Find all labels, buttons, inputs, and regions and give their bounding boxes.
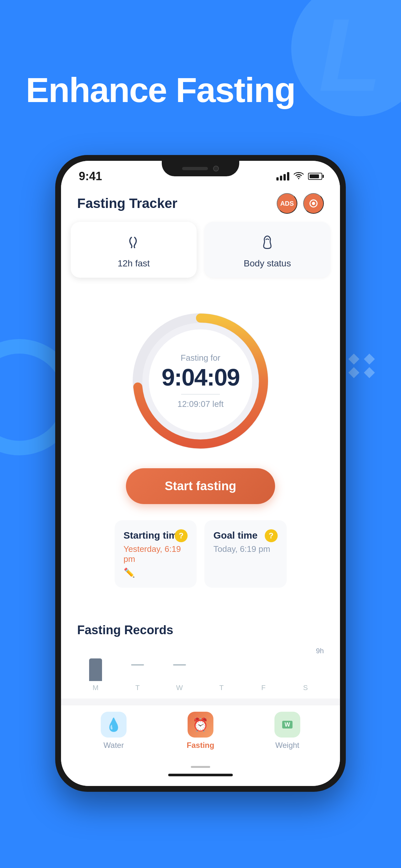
timer-circle: Fasting for 9:04:09 12:09:07 left (129, 310, 272, 452)
page-title: Enhance Fasting (26, 71, 295, 110)
chart-day-thu: T (219, 684, 223, 692)
ads-button[interactable]: ADS (277, 193, 297, 214)
chart-day-sat: S (303, 684, 308, 692)
phone-screen: 9:41 Fas (61, 161, 340, 786)
chart-column-wed: W (161, 649, 198, 692)
tab-cards: 12h fast Body status (61, 222, 340, 287)
chart-day-wed: W (176, 684, 183, 692)
battery-icon (308, 173, 322, 180)
water-icon: 💧 (101, 712, 127, 738)
timer-divider (181, 394, 220, 395)
chart-column-fri: F (245, 649, 282, 692)
starting-time-card: Starting time Yesterday, 6:19 pm ✏️ ? (115, 520, 197, 588)
chart-bar-wed (173, 664, 186, 665)
chart-bar-tue (131, 664, 144, 665)
nav-fasting[interactable]: ⏰ Fasting (187, 712, 214, 750)
app-title: Fasting Tracker (77, 196, 177, 211)
bg-decoration-letter: L (319, 3, 382, 106)
time-cards: Starting time Yesterday, 6:19 pm ✏️ ? Go… (115, 520, 287, 588)
svg-text:W: W (284, 721, 290, 728)
goal-time-help[interactable]: ? (265, 529, 278, 542)
chart-max-label: 9h (316, 647, 324, 655)
tab-fast-label: 12h fast (118, 258, 150, 269)
fasting-nav-icon: ⏰ (188, 712, 213, 738)
fast-icon (125, 234, 143, 254)
nav-fasting-label: Fasting (187, 741, 214, 750)
scroll-hint (61, 766, 340, 771)
nav-weight-label: Weight (275, 741, 299, 750)
phone-mockup: 9:41 Fas (55, 155, 346, 792)
starting-time-value: Yesterday, 6:19 pm (124, 544, 188, 564)
tab-card-body[interactable]: Body status (204, 222, 330, 278)
nav-water-label: Water (104, 741, 124, 750)
chart-column-tue: T (119, 649, 156, 692)
notch-camera (213, 166, 219, 172)
starting-time-help[interactable]: ? (175, 529, 188, 542)
timer-label: Fasting for (149, 353, 252, 363)
goal-time-card: Goal time Today, 6:19 pm ? (204, 520, 287, 588)
phone-notch (162, 161, 239, 176)
chart-day-tue: T (135, 684, 140, 692)
status-icons (276, 172, 322, 182)
body-icon (258, 234, 276, 254)
svg-point-1 (312, 202, 315, 205)
records-title: Fasting Records (77, 623, 324, 637)
timer-section: Fasting for 9:04:09 12:09:07 left Start … (77, 304, 324, 614)
chart-column-thu: T (203, 649, 240, 692)
app-header: Fasting Tracker ADS (61, 187, 340, 222)
timer-left: 12:09:07 left (149, 399, 252, 409)
records-section: Fasting Records 9h M T (61, 623, 340, 699)
chart-day-mon: M (93, 684, 98, 692)
timer-time: 9:04:09 (149, 366, 252, 390)
goal-time-value: Today, 6:19 pm (213, 544, 278, 554)
wifi-icon (294, 172, 304, 182)
chart-column-sat: S (287, 649, 324, 692)
phone-frame: 9:41 Fas (55, 155, 346, 792)
fasting-chart: 9h M T (77, 647, 324, 699)
home-indicator (61, 771, 340, 786)
chart-column-mon: M (77, 649, 114, 692)
record-button[interactable] (303, 193, 324, 214)
header-icons: ADS (277, 193, 324, 214)
chart-bar-mon (89, 658, 102, 681)
tab-card-fast[interactable]: 12h fast (71, 222, 197, 278)
notch-speaker (182, 167, 208, 170)
main-content: Fasting for 9:04:09 12:09:07 left Start … (61, 287, 340, 623)
timer-inner: Fasting for 9:04:09 12:09:07 left (149, 353, 252, 409)
scroll-dot (191, 766, 210, 768)
signal-icon (276, 172, 289, 181)
edit-starting-time-icon[interactable]: ✏️ (124, 567, 188, 578)
home-bar (168, 774, 233, 776)
status-time: 9:41 (79, 169, 102, 183)
nav-water[interactable]: 💧 Water (101, 712, 127, 750)
bottom-nav: 💧 Water ⏰ Fasting W Weight (61, 705, 340, 766)
weight-icon: W (274, 712, 300, 738)
chart-day-fri: F (261, 684, 266, 692)
tab-body-label: Body status (244, 258, 291, 269)
nav-weight[interactable]: W Weight (274, 712, 300, 750)
start-fasting-button[interactable]: Start fasting (126, 468, 275, 504)
